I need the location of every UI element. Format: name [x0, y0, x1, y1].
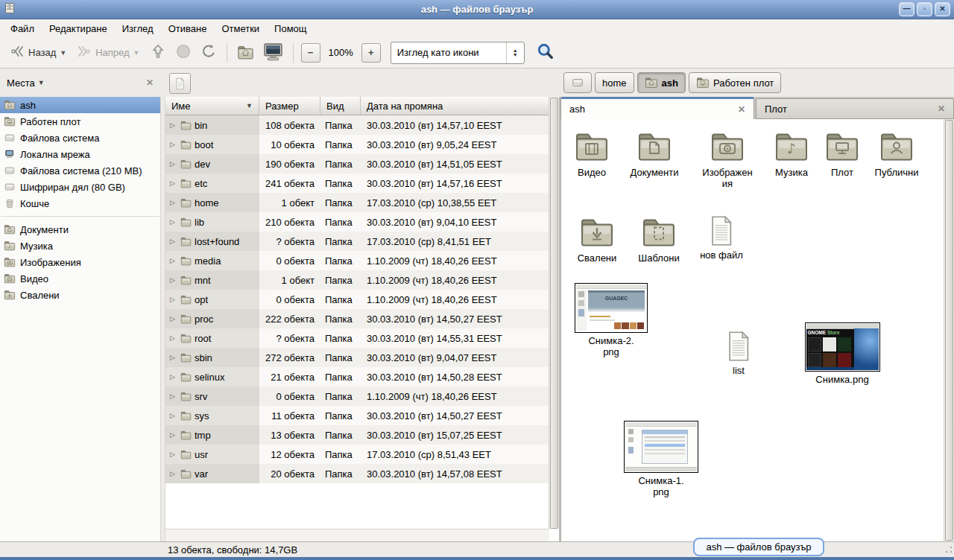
expander-icon[interactable]: ▷ — [168, 354, 177, 361]
table-row[interactable]: ▷etc241 обектаПапка30.03.2010 (вт) 14,57… — [165, 174, 549, 193]
sidebar-item-Шифриран дял (80 GB)[interactable]: Шифриран дял (80 GB) — [0, 179, 160, 195]
maximize-button[interactable]: ▫ — [917, 2, 932, 16]
expander-icon[interactable]: ▷ — [168, 470, 177, 477]
pane-toggle-button[interactable] — [169, 73, 191, 94]
iconview-vertical-scrollbar[interactable] — [944, 119, 954, 541]
iconview-item-Снимка-1.png[interactable]: Снимка-1.png — [624, 421, 698, 497]
expander-icon[interactable]: ▷ — [168, 431, 177, 439]
expander-icon[interactable]: ▷ — [168, 257, 177, 264]
expander-icon[interactable]: ▷ — [168, 296, 177, 303]
expander-icon[interactable]: ▷ — [168, 121, 177, 129]
sidebar-item-Кошче[interactable]: Кошче — [0, 195, 160, 211]
close-button[interactable]: ✕ — [935, 2, 950, 16]
tree-vertical-scrollbar[interactable] — [549, 97, 559, 529]
iconview-item-Изображения[interactable]: Изображения — [690, 129, 765, 189]
table-row[interactable]: ▷root? обектаПапка30.03.2010 (вт) 14,55,… — [165, 328, 549, 348]
table-row[interactable]: ▷boot10 обектаПапка30.03.2010 (вт) 9,05,… — [165, 135, 549, 154]
menu-item-Помощ[interactable]: Помощ — [267, 21, 314, 36]
tab-close-icon[interactable]: ✕ — [738, 104, 745, 115]
back-button[interactable]: Назад ▼ — [4, 40, 72, 65]
expander-icon[interactable]: ▷ — [168, 160, 177, 168]
forward-dropdown-icon[interactable]: ▼ — [133, 49, 140, 57]
expander-icon[interactable]: ▷ — [168, 218, 177, 226]
table-row[interactable]: ▷srv0 обектаПапка1.10.2009 (чт) 18,40,26… — [165, 386, 549, 406]
computer-button[interactable] — [259, 39, 288, 67]
path-button-home[interactable]: home — [595, 72, 634, 93]
path-button-root[interactable] — [563, 72, 592, 93]
sidebar-item-Свалени[interactable]: Свалени — [0, 287, 160, 303]
sidebar-item-Видео[interactable]: Видео — [0, 270, 160, 287]
table-row[interactable]: ▷bin108 обектаПапка30.03.2010 (вт) 14,57… — [165, 115, 549, 135]
table-row[interactable]: ▷home1 обектПапка17.03.2010 (ср) 10,38,5… — [165, 193, 549, 212]
table-row[interactable]: ▷mnt1 обектПапка1.10.2009 (чт) 18,40,26 … — [165, 270, 549, 290]
iconview-item-нов файл[interactable]: нов файл — [684, 214, 759, 261]
search-button[interactable] — [532, 39, 559, 66]
expander-icon[interactable]: ▷ — [168, 315, 177, 322]
expander-icon[interactable]: ▷ — [168, 373, 177, 381]
expander-icon[interactable]: ▷ — [168, 392, 177, 400]
table-row[interactable]: ▷var20 обектаПапка30.03.2010 (вт) 14,57,… — [165, 464, 549, 483]
menu-item-Изглед[interactable]: Изглед — [115, 21, 161, 36]
iconview-item-list[interactable]: list — [701, 330, 776, 376]
tab-ash[interactable]: ash✕ — [560, 97, 754, 119]
places-title[interactable]: Места — [7, 77, 35, 89]
table-row[interactable]: ▷media0 обектаПапка1.10.2009 (чт) 18,40,… — [165, 251, 549, 270]
menu-item-Редактиране[interactable]: Редактиране — [42, 21, 115, 36]
menu-item-Файл[interactable]: Файл — [3, 21, 42, 36]
expander-icon[interactable]: ▷ — [168, 334, 177, 342]
table-row[interactable]: ▷opt0 обектаПапка1.10.2009 (чт) 18,40,26… — [165, 290, 549, 309]
expander-icon[interactable]: ▷ — [168, 412, 177, 419]
table-row[interactable]: ▷lib210 обектаПапка30.03.2010 (вт) 9,04,… — [165, 212, 549, 232]
sidebar-item-Изображения[interactable]: Изображения — [0, 254, 160, 270]
iconview-item-Публични[interactable]: Публични — [859, 129, 934, 178]
stop-button[interactable] — [171, 39, 196, 66]
path-button-ash[interactable]: ash — [637, 72, 686, 93]
sidebar-item-Документи[interactable]: Документи — [0, 221, 160, 238]
menu-item-Отметки[interactable]: Отметки — [214, 21, 267, 36]
view-mode-select[interactable]: Изглед като икони ▲▼ — [391, 42, 525, 64]
table-row[interactable]: ▷proc222 обектаПапка30.03.2010 (вт) 14,5… — [165, 309, 549, 328]
expander-icon[interactable]: ▷ — [168, 276, 177, 284]
table-row[interactable]: ▷usr12 обектаПапка17.03.2010 (ср) 8,51,4… — [165, 445, 549, 464]
forward-button[interactable]: Напред ▼ — [72, 40, 145, 65]
expander-icon[interactable]: ▷ — [168, 179, 177, 187]
expander-icon[interactable]: ▷ — [168, 141, 177, 148]
back-dropdown-icon[interactable]: ▼ — [60, 49, 66, 57]
tab-close-icon[interactable]: ✕ — [938, 104, 945, 114]
zoom-in-button[interactable]: + — [361, 43, 381, 63]
taskbar-window-button[interactable]: ash — файлов браузър — [693, 538, 824, 556]
tree-horizontal-scrollbar[interactable] — [165, 529, 549, 541]
column-header-Име[interactable]: Име▼ — [165, 97, 259, 115]
places-close-icon[interactable]: ✕ — [146, 77, 154, 88]
places-dropdown-icon[interactable]: ▼ — [38, 79, 45, 86]
titlebar[interactable]: ash — файлов браузър — ▫ ✕ — [0, 0, 954, 19]
iconview-item-Документи[interactable]: Документи — [617, 129, 692, 178]
sidebar-item-Локална мрежа[interactable]: Локална мрежа — [0, 146, 160, 162]
table-row[interactable]: ▷dev190 обектаПапка30.03.2010 (вт) 14,51… — [165, 154, 549, 174]
minimize-button[interactable]: — — [899, 2, 914, 16]
table-row[interactable]: ▷tmp13 обектаПапка30.03.2010 (вт) 15,07,… — [165, 425, 549, 445]
table-row[interactable]: ▷selinux21 обектаПапка30.03.2010 (вт) 14… — [165, 367, 549, 386]
iconview-item-Снимка-2.png[interactable]: GUADECСнимка-2.png — [574, 283, 648, 357]
table-row[interactable]: ▷sys11 обектаПапка30.03.2010 (вт) 14,50,… — [165, 406, 549, 425]
pane-splitter[interactable] — [160, 97, 165, 541]
expander-icon[interactable]: ▷ — [168, 199, 177, 206]
table-row[interactable]: ▷lost+found? обектаПапка17.03.2010 (ср) … — [165, 232, 549, 251]
sidebar-item-Работен плот[interactable]: Работен плот — [0, 113, 160, 130]
zoom-out-button[interactable]: − — [301, 43, 320, 63]
column-header-Дата на промяна[interactable]: Дата на промяна — [361, 97, 549, 115]
reload-button[interactable] — [196, 39, 221, 66]
path-button-Работен плот[interactable]: Работен плот — [689, 72, 781, 93]
sidebar-item-Файлова система (210 MB)[interactable]: Файлова система (210 MB) — [0, 162, 160, 179]
sidebar-item-Музика[interactable]: ♪Музика — [0, 238, 160, 254]
table-row[interactable]: ▷sbin272 обектаПапка30.03.2010 (вт) 9,04… — [165, 348, 549, 367]
expander-icon[interactable]: ▷ — [168, 451, 177, 458]
tab-Плот[interactable]: Плот✕ — [756, 98, 954, 119]
home-button[interactable] — [233, 40, 259, 65]
column-header-Размер[interactable]: Размер — [259, 97, 320, 115]
expander-icon[interactable]: ▷ — [168, 238, 177, 245]
menu-item-Отиване[interactable]: Отиване — [161, 21, 215, 36]
resize-grip-icon[interactable] — [944, 545, 953, 556]
scrollbar-thumb[interactable] — [945, 120, 953, 541]
sidebar-item-ash[interactable]: ash — [0, 97, 160, 113]
